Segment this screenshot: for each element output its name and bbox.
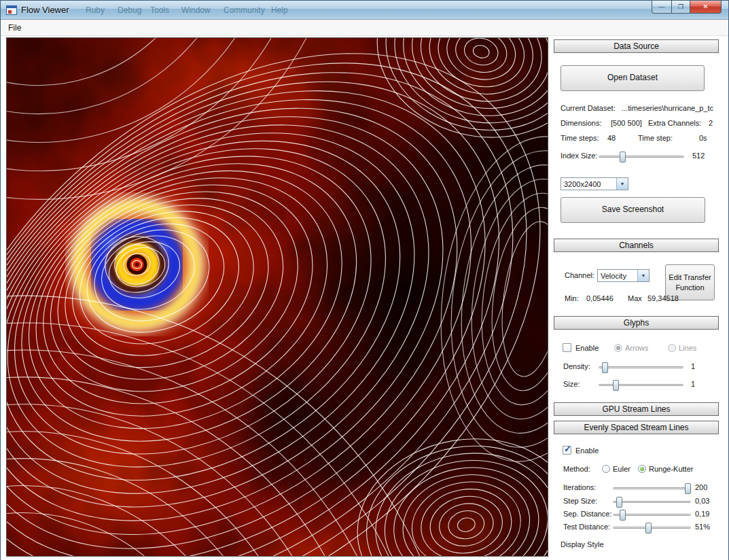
test-distance-row: Test Distance: 51%: [554, 523, 719, 533]
extra-channels-label: Extra Channels:: [648, 119, 701, 127]
sep-distance-label: Sep. Distance:: [563, 510, 612, 518]
resolution-dropdown[interactable]: 3200x2400 ▼: [561, 177, 628, 190]
sep-distance-slider[interactable]: [613, 510, 691, 521]
stream-enable-row: ✓ Enable: [554, 446, 719, 457]
density-label: Density:: [563, 362, 590, 370]
time-step-label: Time step:: [638, 134, 673, 142]
dimensions-row: Dimensions: [500 500] Extra Channels: 2: [554, 119, 719, 130]
index-size-row: Index Size: 512: [554, 152, 719, 162]
menu-file[interactable]: File: [1, 21, 29, 35]
step-size-slider[interactable]: [613, 497, 691, 508]
ghost-menu-item: Tools: [150, 5, 169, 15]
glyphs-enable-row: Enable Arrows Lines: [554, 343, 719, 354]
method-euler-radio[interactable]: [602, 465, 610, 473]
time-step-value: 0s: [699, 134, 707, 142]
channel-selected-value: Velocity: [601, 272, 626, 280]
slider-thumb[interactable]: [602, 362, 608, 373]
method-label: Method:: [563, 465, 590, 473]
density-row: Density: 1: [554, 362, 719, 373]
section-channels[interactable]: Channels: [554, 239, 719, 252]
section-data-source[interactable]: Data Source: [554, 39, 719, 53]
iterations-label: Iterations:: [563, 483, 596, 491]
slider-thumb[interactable]: [645, 523, 652, 533]
size-row: Size: 1: [554, 380, 719, 391]
glyphs-enable-checkbox[interactable]: [563, 343, 571, 352]
test-distance-slider[interactable]: [613, 523, 691, 533]
slider-thumb[interactable]: [613, 380, 619, 391]
minimize-button[interactable]: —: [652, 1, 671, 14]
maximize-button[interactable]: ❐: [671, 1, 690, 14]
flow-field-visualization: [7, 38, 548, 556]
window-title: Flow Viewer: [21, 5, 69, 15]
flow-canvas[interactable]: [6, 37, 548, 557]
close-button[interactable]: ✕: [690, 1, 722, 14]
save-screenshot-button[interactable]: Save Screenshot: [561, 197, 705, 223]
ghost-menu-item: Debug: [118, 5, 141, 15]
glyphs-lines-label: Lines: [679, 344, 696, 352]
slider-track[interactable]: [613, 527, 691, 529]
max-label: Max: [628, 294, 642, 302]
min-label: Min:: [565, 294, 579, 302]
menubar: File: [1, 20, 728, 36]
maximize-icon: ❐: [678, 4, 683, 10]
channel-label: Channel:: [565, 271, 594, 279]
display-style-label: Display Style: [561, 540, 604, 548]
iterations-value: 200: [695, 483, 707, 491]
open-dataset-button[interactable]: Open Dataset: [561, 65, 705, 91]
test-distance-label: Test Distance:: [563, 523, 610, 531]
dimensions-value: [500 500]: [611, 119, 642, 127]
glyphs-arrows-label: Arrows: [625, 344, 648, 352]
glyphs-enable-label: Enable: [575, 344, 599, 352]
method-runge-kutter-radio[interactable]: [638, 465, 646, 473]
stream-enable-checkbox[interactable]: ✓: [563, 446, 571, 455]
slider-thumb[interactable]: [620, 510, 626, 521]
size-label: Size:: [563, 380, 580, 388]
iterations-row: Iterations: 200: [554, 483, 719, 494]
index-size-label: Index Size:: [561, 152, 597, 160]
section-glyphs[interactable]: Glyphs: [554, 316, 719, 330]
chevron-down-icon: ▼: [616, 178, 628, 190]
min-max-row: Min: 0,05446 Max 59,34518: [554, 294, 719, 305]
size-slider[interactable]: [599, 380, 683, 391]
time-steps-row: Time steps: 48 Time step: 0s: [554, 134, 719, 145]
ghost-menu-item: Window: [181, 5, 211, 15]
density-value: 1: [691, 362, 695, 370]
index-size-slider[interactable]: [599, 152, 684, 162]
slider-track[interactable]: [599, 384, 683, 386]
channel-dropdown[interactable]: Velocity ▼: [597, 269, 650, 282]
current-dataset-value: ...timeseries\hurricane_p_tc: [622, 104, 713, 112]
titlebar[interactable]: Flow Viewer Ruby Debug Tools Window Comm…: [1, 1, 728, 20]
app-icon: [6, 5, 17, 15]
slider-track[interactable]: [599, 156, 684, 158]
density-slider[interactable]: [599, 362, 683, 373]
ghost-menu-item: Ruby: [86, 5, 105, 15]
extra-channels-value: 2: [709, 119, 713, 127]
current-dataset-row: Current Dataset: ...timeseries\hurricane…: [554, 104, 719, 115]
minimize-icon: —: [659, 4, 665, 10]
slider-thumb[interactable]: [620, 152, 626, 162]
max-value: 59,34518: [647, 294, 679, 302]
slider-thumb[interactable]: [685, 483, 691, 494]
app-window: Flow Viewer Ruby Debug Tools Window Comm…: [0, 0, 729, 560]
slider-thumb[interactable]: [616, 497, 622, 508]
slider-track[interactable]: [613, 487, 691, 489]
method-row: Method: Euler Runge-Kutter: [554, 465, 719, 476]
control-panel: Data Source Open Dataset Current Dataset…: [554, 37, 719, 557]
resolution-selected-value: 3200x2400: [564, 180, 601, 188]
iterations-slider[interactable]: [613, 483, 691, 494]
slider-track[interactable]: [599, 366, 683, 368]
glyphs-arrows-radio: [614, 344, 622, 352]
slider-track[interactable]: [613, 501, 691, 503]
test-distance-value: 51%: [695, 523, 710, 531]
section-evenly-spaced-stream-lines[interactable]: Evenly Spaced Stream Lines: [554, 421, 719, 434]
ghost-menu-item: Community: [224, 5, 265, 15]
sep-distance-value: 0,19: [695, 510, 709, 518]
client-area: Data Source Open Dataset Current Dataset…: [1, 36, 728, 560]
chevron-down-icon: ▼: [637, 270, 649, 281]
current-dataset-label: Current Dataset:: [561, 104, 616, 112]
section-gpu-stream-lines[interactable]: GPU Stream Lines: [554, 402, 719, 416]
glyphs-lines-radio: [668, 344, 676, 352]
window-controls: — ❐ ✕: [652, 1, 722, 14]
step-size-value: 0,03: [695, 497, 709, 505]
ghost-menu-item: Help: [271, 5, 288, 15]
